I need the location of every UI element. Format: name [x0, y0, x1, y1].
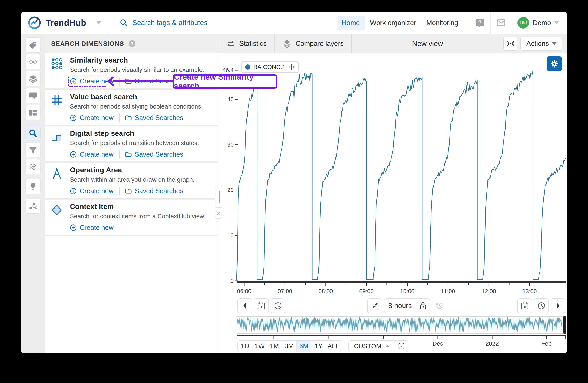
- saved-searches-digital-step-link[interactable]: Saved Searches: [125, 151, 183, 158]
- sidebar-item-machine-learning[interactable]: [25, 198, 41, 214]
- svg-text:10: 10: [227, 232, 234, 239]
- divider: [119, 187, 120, 195]
- svg-text:Dec: Dec: [433, 340, 443, 347]
- brand-chevron-down-icon[interactable]: [97, 21, 101, 24]
- similarity-search-icon: [51, 58, 63, 69]
- svg-text:10:00: 10:00: [400, 288, 415, 294]
- top-bar: TrendHub Home Work organizer Monitoring …: [21, 12, 567, 34]
- nav-monitoring[interactable]: Monitoring: [421, 16, 463, 30]
- plus-circle-icon: [70, 151, 77, 158]
- actions-button[interactable]: Actions: [521, 37, 563, 51]
- user-name[interactable]: Demo: [533, 19, 551, 27]
- svg-text:×: ×: [36, 60, 38, 64]
- sidebar-item-fingerprint[interactable]: [25, 159, 41, 174]
- divider: [119, 150, 120, 159]
- svg-text:Feb: Feb: [541, 340, 552, 347]
- expand-range-button[interactable]: [395, 341, 408, 351]
- brand-name: TrendHub: [46, 18, 86, 28]
- calendar-icon: [521, 302, 529, 310]
- live-mode-button[interactable]: [504, 37, 518, 51]
- sidebar-item-calculations[interactable]: +÷ ×−: [25, 54, 41, 69]
- card-title: Similarity search: [70, 56, 204, 64]
- folder-icon: [125, 115, 132, 121]
- annotation-arrow-line: [113, 80, 172, 82]
- svg-text:30: 30: [227, 141, 234, 148]
- svg-text:−: −: [32, 63, 34, 67]
- svg-text:06:00: 06:00: [237, 288, 252, 294]
- pan-left-button[interactable]: [237, 298, 252, 313]
- range-presets: 1D 1W 1M 3M 6M 1Y ALL: [237, 341, 341, 352]
- range-1y[interactable]: 1Y: [311, 341, 326, 351]
- card-description: Search for periods satisfying boolean co…: [70, 102, 203, 111]
- duration-value[interactable]: 8 hours: [384, 302, 416, 310]
- collapse-panel-button[interactable]: [215, 208, 222, 219]
- range-6m[interactable]: 6M: [296, 341, 311, 351]
- history-button[interactable]: [432, 298, 447, 313]
- sidebar-item-search[interactable]: [25, 126, 41, 141]
- digital-step-search-icon: [51, 131, 63, 143]
- trendhub-logo-icon: [28, 16, 41, 30]
- series-color-dot: [245, 64, 250, 70]
- clock-icon: [537, 302, 546, 310]
- mail-icon[interactable]: [496, 18, 506, 28]
- nav-work-organizer[interactable]: Work organizer: [365, 16, 421, 30]
- splitter-grip[interactable]: [215, 186, 222, 208]
- statistics-button[interactable]: Statistics: [218, 34, 275, 53]
- start-time-picker-button[interactable]: [271, 298, 286, 313]
- help-icon[interactable]: ?: [475, 18, 485, 28]
- range-3m[interactable]: 3M: [282, 341, 296, 351]
- create-new-operating-area-link[interactable]: Create new: [70, 187, 114, 195]
- annotation-highlight-box: [68, 76, 107, 87]
- svg-text:13:00: 13:00: [522, 288, 537, 294]
- compare-layers-button[interactable]: Compare layers: [275, 34, 352, 53]
- tag-chip[interactable]: BA:CONC.1: [241, 61, 299, 73]
- move-icon[interactable]: [289, 64, 295, 70]
- avatar[interactable]: DU: [518, 17, 529, 29]
- comment-icon: [28, 91, 38, 100]
- panel-title: SEARCH DIMENSIONS: [51, 40, 124, 47]
- search-input[interactable]: [132, 19, 260, 27]
- card-digital-step-search: Digital step search Search for periods o…: [45, 126, 218, 163]
- broadcast-icon: [506, 39, 515, 48]
- create-new-digital-step-link[interactable]: Create new: [70, 151, 114, 158]
- range-1d[interactable]: 1D: [238, 341, 252, 351]
- range-all[interactable]: ALL: [326, 341, 341, 351]
- nav-home[interactable]: Home: [336, 16, 365, 30]
- lock-open-icon: [419, 302, 427, 310]
- custom-range-button[interactable]: CUSTOM: [349, 341, 395, 351]
- sidebar-item-filter[interactable]: [25, 142, 41, 157]
- create-new-context-item-link[interactable]: Create new: [70, 224, 114, 231]
- triangle-left-icon: [241, 302, 249, 310]
- gear-icon: [550, 59, 559, 69]
- sidebar-item-comments[interactable]: [25, 88, 41, 103]
- left-icon-rail: +÷ ×−: [21, 34, 45, 353]
- annotation-label: Create new Similarity search: [172, 75, 277, 89]
- saved-searches-value-link[interactable]: Saved Searches: [125, 114, 183, 122]
- time-range-bar: 1D 1W 1M 3M 6M 1Y ALL CUSTOM: [237, 341, 408, 352]
- sidebar-item-dashboard[interactable]: [25, 105, 41, 120]
- svg-text:08:00: 08:00: [318, 288, 333, 294]
- sidebar-item-layers[interactable]: [25, 71, 41, 86]
- user-chevron-down-icon[interactable]: [554, 21, 559, 24]
- end-date-picker-button[interactable]: [517, 298, 532, 313]
- create-new-value-link[interactable]: Create new: [70, 114, 114, 122]
- sidebar-item-recommendations[interactable]: [25, 179, 41, 194]
- chart-settings-button[interactable]: [547, 56, 562, 72]
- start-date-picker-button[interactable]: [254, 298, 269, 313]
- trend-scale-button[interactable]: [367, 298, 382, 313]
- pan-right-button[interactable]: [550, 298, 566, 313]
- end-time-picker-button[interactable]: [534, 298, 549, 313]
- overview-strip[interactable]: [237, 316, 566, 334]
- range-1w[interactable]: 1W: [252, 341, 267, 351]
- help-circle-icon[interactable]: ?: [128, 40, 136, 47]
- panel-splitter[interactable]: [215, 186, 222, 219]
- swap-arrows-icon: [226, 39, 235, 48]
- sidebar-item-tags[interactable]: [25, 38, 41, 53]
- range-1m[interactable]: 1M: [267, 341, 282, 351]
- search-dimension-list: Similarity search Search for periods vis…: [45, 53, 218, 353]
- brand[interactable]: TrendHub: [21, 16, 101, 30]
- duration-lock-button[interactable]: [416, 302, 430, 310]
- filter-icon: [28, 145, 38, 155]
- saved-searches-operating-area-link[interactable]: Saved Searches: [125, 187, 183, 195]
- svg-text:40: 40: [227, 96, 234, 103]
